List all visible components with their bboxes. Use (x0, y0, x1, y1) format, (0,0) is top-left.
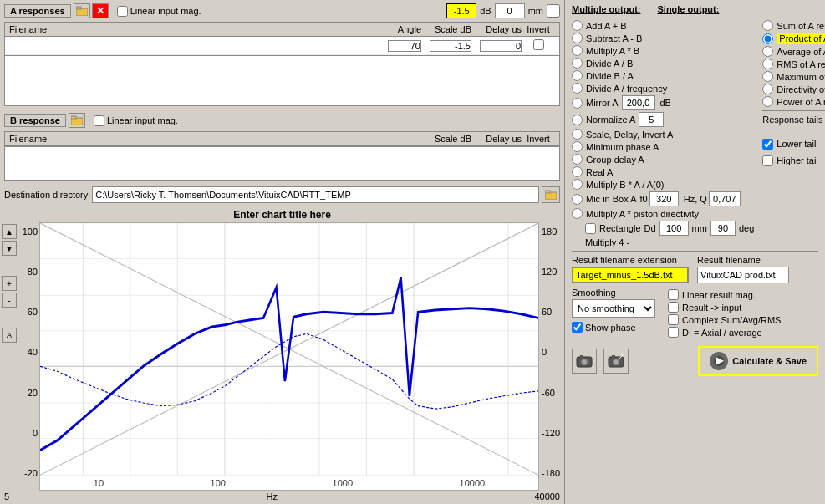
complex-sum-checkbox[interactable] (668, 314, 679, 325)
b-col-invert: Invert (522, 134, 555, 144)
mm-value-input[interactable] (495, 3, 525, 18)
camera2-btn[interactable]: 2 (603, 349, 629, 374)
chart-bottom-right: 40000 (534, 491, 560, 501)
radio-add-ab[interactable] (572, 20, 583, 31)
camera-btn[interactable] (572, 349, 597, 374)
label-min-phase: Minimum phase A (586, 142, 659, 152)
b-linear-input-mag-label: Linear input mag. (107, 115, 178, 125)
radio-subtract-ab[interactable] (572, 33, 583, 43)
normalize-value-input[interactable] (639, 112, 664, 127)
complex-sum-label: Complex Sum/Avg/RMS (682, 315, 781, 325)
radio-scale-delay-invert[interactable] (572, 129, 583, 140)
radio-multiply-ab[interactable] (572, 45, 583, 56)
mm-checkbox[interactable] (547, 4, 560, 18)
zoom-out-btn[interactable]: - (2, 293, 17, 308)
scroll-down-btn[interactable]: ▼ (2, 241, 17, 256)
db-value-input[interactable] (446, 3, 476, 18)
radio-divide-afreq[interactable] (572, 83, 583, 94)
scroll-up-btn[interactable]: ▲ (2, 224, 17, 239)
multiple-output-col: Add A + B Subtract A - B Multiply A * B … (572, 18, 754, 236)
dest-browse-btn[interactable] (542, 186, 560, 203)
radio-sum-a[interactable] (762, 20, 773, 31)
a-empty-area (4, 56, 560, 106)
panel-header: Multiple output: Single output: (572, 4, 818, 14)
calculate-save-btn[interactable]: ▶ Calculate & Save (698, 346, 818, 376)
lower-tail-checkbox[interactable] (762, 139, 773, 150)
single-output-col: Sum of A responses Product of A response… (762, 18, 825, 236)
x-axis-labels: 10 100 1000 10000 (40, 478, 538, 490)
mic-q-input[interactable] (709, 191, 741, 206)
label-divide-afreq: Divide A / frequency (586, 84, 667, 94)
radio-max-a[interactable] (762, 71, 773, 82)
label-scale-delay-invert: Scale, Delay, Invert A (586, 130, 673, 140)
result-filename-label: Result filename (697, 255, 789, 265)
higher-tail-checkbox[interactable] (762, 155, 773, 166)
zoom-in-btn[interactable]: + (2, 276, 17, 291)
radio-mic-in-box[interactable] (572, 194, 583, 205)
radio-divide-ab[interactable] (572, 58, 583, 69)
linear-input-mag-group: Linear input mag. (117, 6, 201, 17)
opt-normalize-a: Normalize A (572, 112, 754, 127)
label-power-a: Power of A responses (777, 97, 825, 107)
rectangle-dd-input[interactable] (659, 221, 689, 236)
radio-average-a[interactable] (762, 46, 773, 57)
opt-divide-ab: Divide A / B (572, 58, 754, 69)
calc-icon: ▶ (710, 352, 728, 370)
higher-tail-label: Higher tail (777, 155, 825, 165)
y-60: 60 (28, 307, 38, 317)
lower-tail-row: Lower tail (762, 136, 825, 151)
label-normalize-a: Normalize A (586, 115, 635, 125)
radio-mirror-a[interactable] (572, 98, 583, 109)
lower-tail-label: Lower tail (777, 139, 825, 149)
a-responses-folder-btn[interactable] (74, 3, 90, 18)
radio-group-delay[interactable] (572, 154, 583, 165)
mic-f0-label: f0 (640, 194, 648, 204)
radio-divide-ba[interactable] (572, 70, 583, 81)
label-real-a: Real A (586, 167, 613, 177)
a-responses-close-btn[interactable]: ✕ (92, 3, 109, 18)
linear-input-mag-label: Linear input mag. (130, 6, 201, 16)
radio-normalize-a[interactable] (572, 115, 583, 125)
linear-result-checkbox[interactable] (668, 289, 679, 300)
b-linear-input-mag-checkbox[interactable] (94, 115, 104, 126)
radio-min-phase[interactable] (572, 141, 583, 152)
smoothing-select[interactable]: No smoothing 1/1 1/2 1/3 1/6 1/12 1/24 1… (572, 299, 655, 318)
a-invert-checkbox[interactable] (533, 39, 544, 50)
ry-0: 0 (542, 347, 547, 357)
db-unit-label: dB (480, 6, 491, 16)
opt-mirror-a: Mirror A dB (572, 95, 754, 110)
radio-real-a[interactable] (572, 166, 583, 177)
result-filename-ext-input[interactable] (572, 267, 689, 283)
rectangle-row: Rectangle Dd mm deg (585, 221, 754, 236)
linear-input-mag-checkbox[interactable] (117, 6, 128, 17)
mirror-value-input[interactable] (622, 95, 655, 110)
col-delayus-header: Delay us (471, 24, 522, 34)
rectangle-checkbox[interactable] (585, 223, 596, 234)
radio-power-a[interactable] (762, 96, 773, 107)
b-table-header: Filename Scale dB Delay us Invert (5, 132, 559, 146)
a-delay-input[interactable] (480, 40, 522, 52)
mic-f0-input[interactable] (649, 191, 679, 206)
show-phase-checkbox[interactable] (572, 322, 583, 333)
a-angle-input[interactable] (388, 40, 421, 52)
radio-multiply-piston[interactable] (572, 208, 583, 219)
smoothing-group: Smoothing No smoothing 1/1 1/2 1/3 1/6 1… (572, 288, 655, 333)
di-axial-checkbox[interactable] (668, 327, 679, 338)
a-scale-input[interactable] (430, 40, 471, 52)
label-mic-in-box: Mic in Box A (586, 194, 637, 204)
rectangle-deg-input[interactable] (710, 221, 736, 236)
radio-rms-a[interactable] (762, 59, 773, 69)
b-response-folder-btn[interactable] (69, 113, 85, 128)
result-filename-input[interactable] (697, 267, 789, 283)
opt-min-phase: Minimum phase A (572, 141, 754, 152)
right-y-axis: 180 120 60 0 -60 -120 -180 (539, 222, 564, 491)
result-filename-ext-label: Result filename extension (572, 255, 689, 265)
opt-mic-in-box: Mic in Box A f0 Hz, Q (572, 191, 754, 206)
radio-product-a[interactable] (762, 33, 773, 44)
radio-multiply-b-a[interactable] (572, 179, 583, 190)
radio-directivity-a[interactable] (762, 84, 773, 94)
a-label-btn[interactable]: A (2, 328, 17, 343)
y-neg20: -20 (24, 468, 38, 478)
dest-dir-input[interactable] (92, 186, 539, 203)
result-input-checkbox[interactable] (668, 302, 679, 313)
